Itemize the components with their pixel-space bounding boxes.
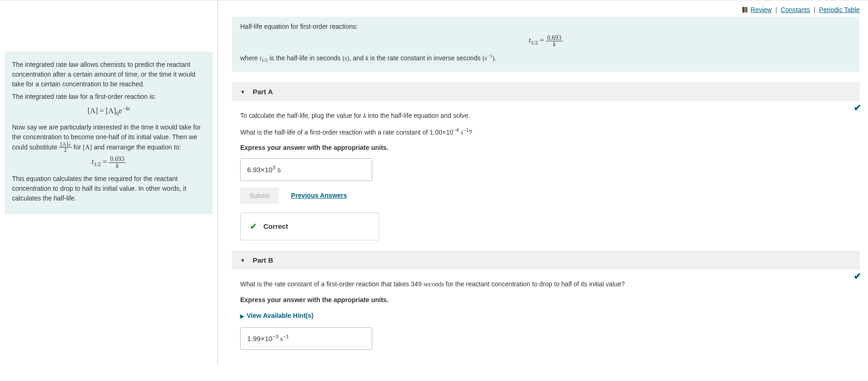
part-a-answer-field[interactable]: 6.93×103 s — [240, 158, 372, 181]
check-icon: ✔ — [854, 271, 862, 282]
part-b-answer-field[interactable]: 1.99×10−3 s−1 — [240, 327, 372, 350]
link-sep: | — [775, 6, 777, 13]
info-eq: t1/2 = 0.693k — [240, 34, 851, 47]
check-icon: ✔ — [854, 102, 862, 113]
part-b-p1: What is the rate constant of a first-ord… — [240, 279, 851, 290]
intro-p4: This equation calculates the time requir… — [12, 174, 205, 203]
info-line2: where t1/2 is the half-life in seconds (… — [240, 52, 851, 65]
top-links: Review | Constants | Periodic Table — [232, 0, 860, 17]
intro-box: The integrated rate law allows chemists … — [5, 52, 213, 214]
check-icon: ✔ — [250, 220, 257, 234]
main-content: Review | Constants | Periodic Table Half… — [218, 0, 868, 366]
previous-answers-link[interactable]: Previous Answers — [291, 190, 347, 201]
part-b-title: Part B — [253, 256, 273, 264]
part-a-p2: What is the half-life of a first-order r… — [240, 126, 851, 138]
part-a-header[interactable]: ▼ Part A ✔ — [232, 82, 860, 101]
caret-down-icon: ▼ — [240, 89, 245, 95]
link-sep: | — [814, 6, 816, 13]
part-a-body: To calculate the half-life, plug the val… — [232, 101, 860, 240]
part-b-body: What is the rate constant of a first-ord… — [232, 270, 860, 350]
intro-p2: The integrated rate law for a first-orde… — [12, 92, 205, 102]
caret-right-icon: ▶ — [240, 313, 244, 319]
book-icon — [742, 6, 748, 14]
periodic-table-link[interactable]: Periodic Table — [819, 6, 860, 13]
view-hints-toggle[interactable]: ▶View Available Hint(s) — [240, 310, 851, 322]
correct-label: Correct — [263, 220, 288, 232]
part-a-submit-row: Submit Previous Answers — [240, 187, 851, 204]
submit-button[interactable]: Submit — [240, 187, 279, 204]
review-link[interactable]: Review — [751, 6, 772, 13]
intro-p1: The integrated rate law allows chemists … — [12, 60, 205, 89]
half-life-info-box: Half-life equation for first-order react… — [232, 17, 860, 72]
info-line1: Half-life equation for first-order react… — [240, 21, 851, 32]
left-sidebar: The integrated rate law allows chemists … — [0, 0, 218, 366]
part-b-header[interactable]: ▼ Part B ✔ — [232, 251, 860, 270]
correct-feedback: ✔ Correct — [240, 213, 379, 241]
intro-eq1: [A] = [A]0e−kt — [12, 104, 205, 118]
intro-eq2: t1/2 = 0.693k — [12, 156, 205, 169]
constants-link[interactable]: Constants — [781, 6, 810, 13]
part-b-units-instruction: Express your answer with the appropriate… — [240, 295, 851, 306]
caret-down-icon: ▼ — [240, 258, 245, 263]
part-a-units-instruction: Express your answer with the appropriate… — [240, 142, 851, 154]
intro-p3: Now say we are particularly interested i… — [12, 123, 205, 154]
part-a-p1: To calculate the half-life, plug the val… — [240, 110, 851, 122]
part-a-title: Part A — [253, 88, 273, 96]
